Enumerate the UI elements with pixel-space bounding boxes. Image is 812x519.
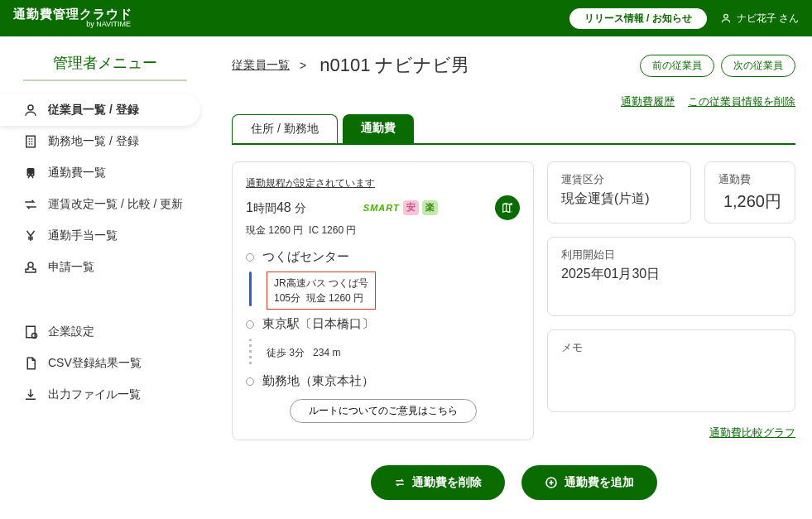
- exchange-icon: [23, 197, 38, 212]
- employee-nav: 前の従業員 次の従業員: [640, 55, 795, 77]
- leg-line-dotted-icon: [249, 339, 252, 367]
- sidebar-item-label: 勤務地一覧 / 登録: [48, 134, 139, 149]
- add-commute-button[interactable]: 通勤費を追加: [521, 465, 657, 500]
- sidebar-item-label: CSV登録結果一覧: [48, 356, 142, 371]
- logo-sub: by NAVITIME: [13, 21, 132, 29]
- compare-graph-link[interactable]: 通勤費比較グラフ: [547, 425, 795, 440]
- sidebar-title: 管理者メニュー: [23, 53, 187, 81]
- route-badges: SMART 安楽: [363, 200, 438, 215]
- sidebar-item-company-settings[interactable]: 企業設定: [0, 316, 200, 348]
- info-row-1: 運賃区分 現金運賃(片道) 通勤費 1,260円: [547, 161, 795, 223]
- page-head: 従業員一覧 > n0101 ナビナビ男 前の従業員 次の従業員: [232, 53, 795, 78]
- commute-cost-card: 通勤費 1,260円: [704, 161, 795, 223]
- commute-cost-label: 通勤費: [718, 172, 781, 187]
- map-icon: [501, 201, 514, 214]
- delete-commute-button[interactable]: 通勤費を削除: [371, 465, 505, 500]
- release-info-button[interactable]: リリース情報 / お知らせ: [569, 8, 707, 29]
- start-date-value: 2025年01月30日: [561, 266, 781, 283]
- top-links: 通勤費履歴 この従業員情報を削除: [232, 94, 795, 109]
- tabs: 住所 / 勤務地 通勤費: [232, 114, 795, 145]
- sidebar: 管理者メニュー 従業員一覧 / 登録 勤務地一覧 / 登録 通勤費一覧 運賃改定…: [0, 36, 207, 519]
- badge-cheap: 安: [403, 200, 419, 215]
- stop-marker-icon: [246, 320, 254, 329]
- user-icon: [720, 12, 732, 24]
- memo-card: メモ: [547, 329, 795, 412]
- current-user[interactable]: ナビ花子 さん: [720, 12, 799, 26]
- fare-type-label: 運賃区分: [561, 172, 677, 187]
- stop-marker-icon: [246, 377, 254, 386]
- route-card: 通勤規程が設定されています 1時間48 分 SMART 安楽: [232, 161, 534, 440]
- route-stop: 勤務地（東京本社）: [246, 373, 520, 389]
- route-policy-link[interactable]: 通勤規程が設定されています: [246, 176, 375, 190]
- route-summary: 1時間48 分 SMART 安楽: [246, 195, 520, 220]
- delete-employee-link[interactable]: この従業員情報を削除: [688, 95, 795, 108]
- sidebar-group-settings: 企業設定 CSV登録結果一覧 出力ファイル一覧: [0, 316, 200, 411]
- sidebar-item-csv-results[interactable]: CSV登録結果一覧: [0, 348, 200, 379]
- breadcrumb-separator: >: [300, 59, 306, 72]
- train-icon: [23, 166, 38, 180]
- user-name: ナビ花子 さん: [737, 12, 799, 26]
- person-icon: [23, 103, 38, 118]
- leg-line-name: JR高速バス つくば号: [274, 276, 368, 291]
- stamp-icon: [23, 260, 38, 275]
- download-icon: [23, 387, 38, 402]
- plus-circle-icon: [545, 476, 558, 489]
- sidebar-item-label: 申請一覧: [48, 260, 94, 275]
- sidebar-item-fare-revision[interactable]: 運賃改定一覧 / 比較 / 更新: [0, 189, 200, 220]
- add-commute-label: 通勤費を追加: [565, 475, 634, 490]
- svg-rect-3: [27, 168, 35, 176]
- sidebar-group-main: 従業員一覧 / 登録 勤務地一覧 / 登録 通勤費一覧 運賃改定一覧 / 比較 …: [0, 94, 200, 283]
- stop-marker-icon: [246, 253, 254, 262]
- badge-smart: SMART: [363, 203, 400, 213]
- tab-commute[interactable]: 通勤費: [343, 114, 414, 143]
- route-stop: つくばセンター: [246, 249, 520, 265]
- leg-line-icon: [249, 272, 252, 306]
- commute-cost-value: 1,260円: [718, 190, 781, 213]
- next-employee-button[interactable]: 次の従業員: [721, 55, 795, 77]
- svg-rect-2: [26, 136, 36, 147]
- fare-type-card: 運賃区分 現金運賃(片道): [547, 161, 691, 223]
- prev-employee-button[interactable]: 前の従業員: [640, 55, 714, 77]
- stop-name: 東京駅〔日本橋口〕: [262, 316, 374, 332]
- stop-name: 勤務地（東京本社）: [262, 373, 374, 389]
- sidebar-item-allowance[interactable]: 通勤手当一覧: [0, 220, 200, 252]
- sidebar-item-label: 運賃改定一覧 / 比較 / 更新: [48, 197, 183, 212]
- start-date-card: 利用開始日 2025年01月30日: [547, 237, 795, 316]
- badge-easy: 楽: [422, 200, 438, 215]
- sidebar-item-commute-list[interactable]: 通勤費一覧: [0, 157, 200, 189]
- route-column: 通勤規程が設定されています 1時間48 分 SMART 安楽: [232, 161, 534, 440]
- route-leg-bus: JR高速バス つくば号 105分 現金 1260 円: [249, 272, 520, 310]
- sidebar-item-applications[interactable]: 申請一覧: [0, 252, 200, 283]
- sidebar-item-label: 出力ファイル一覧: [48, 387, 141, 402]
- sidebar-item-label: 従業員一覧 / 登録: [48, 103, 139, 118]
- tab-content: 通勤規程が設定されています 1時間48 分 SMART 安楽: [232, 161, 795, 440]
- main-content: 従業員一覧 > n0101 ナビナビ男 前の従業員 次の従業員 通勤費履歴 この…: [207, 36, 812, 519]
- sidebar-item-workplaces[interactable]: 勤務地一覧 / 登録: [0, 126, 200, 157]
- delete-commute-label: 通勤費を削除: [412, 475, 482, 490]
- sidebar-item-employees[interactable]: 従業員一覧 / 登録: [0, 94, 200, 126]
- start-date-label: 利用開始日: [561, 247, 781, 262]
- header-right: リリース情報 / お知らせ ナビ花子 さん: [569, 8, 799, 29]
- sidebar-item-output-files[interactable]: 出力ファイル一覧: [0, 379, 200, 411]
- yen-icon: [23, 228, 38, 243]
- svg-point-5: [32, 174, 34, 175]
- route-stop: 東京駅〔日本橋口〕: [246, 316, 520, 332]
- logo-main: 通勤費管理クラウド: [13, 7, 132, 22]
- route-fare-line: 現金 1260 円 IC 1260 円: [246, 223, 520, 238]
- building-icon: [23, 134, 38, 149]
- breadcrumb-current: n0101 ナビナビ男: [320, 53, 469, 78]
- breadcrumb-back-link[interactable]: 従業員一覧: [232, 58, 290, 73]
- commute-history-link[interactable]: 通勤費履歴: [621, 95, 675, 108]
- breadcrumb: 従業員一覧 > n0101 ナビナビ男: [232, 53, 469, 78]
- map-button[interactable]: [495, 195, 520, 220]
- fare-type-value: 現金運賃(片道): [561, 190, 677, 208]
- leg-highlight-box: JR高速バス つくば号 105分 現金 1260 円: [267, 272, 376, 310]
- route-feedback-button[interactable]: ルートについてのご意見はこちら: [290, 399, 477, 423]
- sidebar-item-label: 企業設定: [48, 324, 94, 339]
- stop-name: つくばセンター: [262, 249, 349, 265]
- route-leg-walk: 徒歩 3分 234 m: [249, 339, 520, 367]
- svg-point-0: [723, 14, 728, 18]
- sidebar-item-label: 通勤手当一覧: [48, 228, 118, 243]
- tab-address[interactable]: 住所 / 勤務地: [232, 114, 338, 143]
- route-steps: つくばセンター JR高速バス つくば号 105分 現金 1260 円: [246, 249, 520, 389]
